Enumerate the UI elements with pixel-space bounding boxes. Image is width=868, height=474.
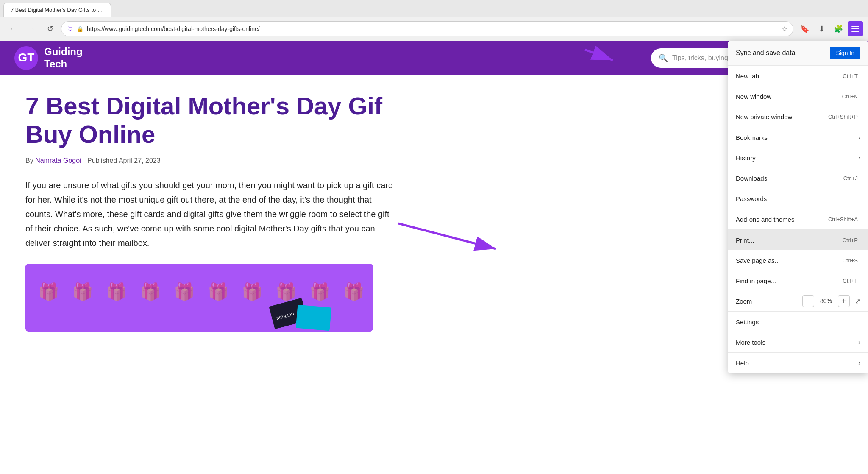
addons-label: Add-ons and themes [736,216,828,223]
menu-item-help[interactable]: Help › [728,353,868,373]
menu-item-private-window[interactable]: New private window Ctrl+Shift+P [728,106,868,127]
pocket-button[interactable]: 🔖 [797,21,812,36]
menu-item-passwords[interactable]: Passwords [728,188,868,209]
menu-item-addons[interactable]: Add-ons and themes Ctrl+Shift+A [728,209,868,229]
article-image: 🎁 🎁 🎁 🎁 🎁 🎁 🎁 🎁 🎁 🎁 amazon [25,264,373,332]
browser-chrome: 7 Best Digital Mother's Day Gifts to Buy… [0,0,868,41]
svg-text:🎁: 🎁 [140,282,161,302]
new-tab-label: New tab [736,72,843,80]
search-icon: 🔍 [659,53,668,63]
more-tools-arrow-icon: › [858,339,860,346]
menu-item-new-tab[interactable]: New tab Ctrl+T [728,66,868,86]
browser-menu: Sync and save data Sign In New tab Ctrl+… [728,41,868,373]
zoom-minus-button[interactable]: − [802,295,814,307]
private-window-label: New private window [736,113,828,120]
addons-shortcut: Ctrl+Shift+A [828,216,858,223]
logo-icon: GT [14,45,39,71]
bookmarks-arrow-icon: › [858,134,860,141]
svg-text:🎁: 🎁 [72,282,93,302]
tab-title: 7 Best Digital Mother's Day Gifts to Buy… [11,7,104,13]
save-label: Save page as... [736,257,843,264]
print-label: Print... [736,237,843,244]
svg-rect-0 [851,26,859,27]
site-logo: GT Guiding Tech [14,45,83,71]
signin-button[interactable]: Sign In [830,47,860,59]
reload-button[interactable]: ↺ [42,21,58,36]
svg-text:🎁: 🎁 [242,282,263,302]
help-arrow-icon: › [858,360,860,366]
zoom-label: Zoom [736,298,802,305]
article-content: 7 Best Digital Mother's Day GifBuy Onlin… [0,75,424,349]
article-title: 7 Best Digital Mother's Day GifBuy Onlin… [25,92,398,148]
find-label: Find in page... [736,277,843,284]
address-bar[interactable]: 🛡 🔒 https://www.guidingtech.com/best-dig… [61,21,793,36]
menu-item-history[interactable]: History › [728,148,868,168]
settings-label: Settings [736,318,860,326]
forward-button[interactable]: → [24,21,39,36]
new-window-shortcut: Ctrl+N [842,93,858,100]
downloads-shortcut: Ctrl+J [843,175,858,181]
menu-item-print[interactable]: Print... Ctrl+P [728,230,868,250]
svg-text:🎁: 🎁 [208,282,229,302]
menu-item-new-window[interactable]: New window Ctrl+N [728,86,868,106]
hamburger-menu-button[interactable] [848,21,863,36]
svg-text:🎁: 🎁 [106,282,127,302]
zoom-value: 80% [818,298,835,304]
svg-text:🎁: 🎁 [275,282,297,302]
help-label: Help [736,360,858,367]
zoom-controls: − 80% + ⤢ [802,295,860,307]
article-image-svg: 🎁 🎁 🎁 🎁 🎁 🎁 🎁 🎁 🎁 🎁 amazon [25,264,373,332]
menu-item-more-tools[interactable]: More tools › [728,332,868,352]
menu-zoom-row: Zoom − 80% + ⤢ [728,291,868,311]
menu-item-settings[interactable]: Settings [728,312,868,332]
url-text: https://www.guidingtech.com/best-digital… [87,25,778,32]
find-shortcut: Ctrl+F [843,278,858,284]
more-tools-label: More tools [736,339,858,346]
bookmarks-label: Bookmarks [736,134,858,141]
tab-bar: 7 Best Digital Mother's Day Gifts to Buy… [0,0,868,17]
shield-icon: 🛡 [67,25,73,32]
lock-icon: 🔒 [77,26,83,32]
menu-sync-header: Sync and save data Sign In [728,41,868,65]
print-shortcut: Ctrl+P [843,237,858,243]
svg-text:🎁: 🎁 [38,282,59,302]
svg-text:🎁: 🎁 [174,282,195,302]
new-window-label: New window [736,93,842,100]
history-arrow-icon: › [858,154,860,161]
download-button[interactable]: ⬇ [814,21,829,36]
article-body: If you are unsure of what gifts you shou… [25,178,398,250]
menu-item-save[interactable]: Save page as... Ctrl+S [728,250,868,270]
sync-label: Sync and save data [736,49,796,57]
svg-rect-17 [296,305,331,331]
fullscreen-icon[interactable]: ⤢ [855,297,860,305]
nav-icons: 🔖 ⬇ 🧩 [797,21,863,36]
new-tab-shortcut: Ctrl+T [843,73,858,79]
history-label: History [736,154,858,162]
article-meta: By Namrata Gogoi Published April 27, 202… [25,157,398,165]
svg-rect-2 [851,31,859,32]
svg-text:🎁: 🎁 [309,282,331,302]
active-tab[interactable]: 7 Best Digital Mother's Day Gifts to Buy… [3,3,111,17]
extension-button[interactable]: 🧩 [831,21,846,36]
svg-text:GT: GT [18,51,35,64]
menu-item-downloads[interactable]: Downloads Ctrl+J [728,168,868,188]
menu-item-find[interactable]: Find in page... Ctrl+F [728,270,868,291]
publish-date: Published April 27, 2023 [87,157,161,164]
page-content: GT Guiding Tech 🔍 Tips, tricks, buying g… [0,41,868,474]
nav-bar: ← → ↺ 🛡 🔒 https://www.guidingtech.com/be… [0,17,868,41]
downloads-label: Downloads [736,175,843,182]
private-window-shortcut: Ctrl+Shift+P [828,114,858,120]
menu-item-bookmarks[interactable]: Bookmarks › [728,127,868,148]
zoom-plus-button[interactable]: + [838,295,850,307]
logo-text: Guiding Tech [44,46,83,70]
passwords-label: Passwords [736,195,860,202]
back-button[interactable]: ← [5,21,20,36]
svg-text:🎁: 🎁 [343,282,364,302]
author-link[interactable]: Namrata Gogoi [35,157,81,164]
svg-rect-1 [851,28,859,29]
bookmark-star-icon[interactable]: ☆ [781,25,787,33]
save-shortcut: Ctrl+S [843,257,858,264]
